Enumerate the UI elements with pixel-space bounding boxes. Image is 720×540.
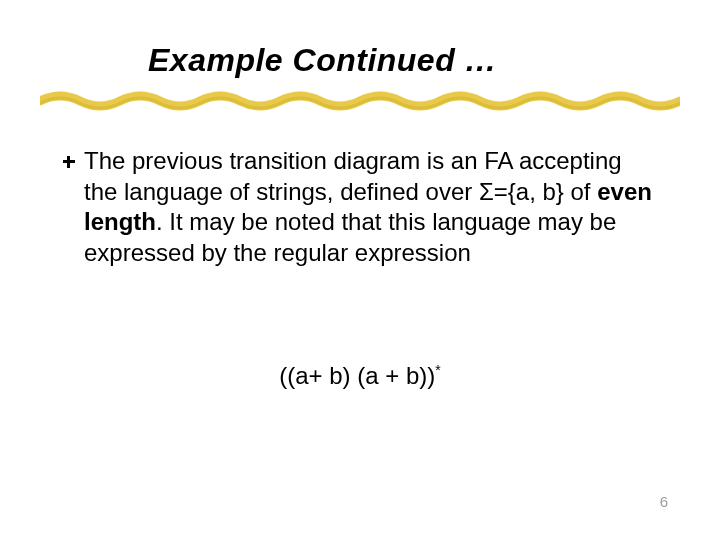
wavy-underline-icon [40, 88, 680, 114]
slide-title: Example Continued … [148, 42, 497, 79]
body-text-block: The previous transition diagram is an FA… [60, 146, 660, 269]
bullet-pre: The previous transition diagram is an FA… [84, 147, 622, 205]
bullet-post: . It may be noted that this language may… [84, 208, 616, 266]
slide: Example Continued … The previous transit… [0, 0, 720, 540]
regex-expression: ((a+ b) (a + b))* [0, 362, 720, 390]
bullet-text: The previous transition diagram is an FA… [84, 146, 660, 269]
regex-base: ((a+ b) (a + b)) [279, 362, 435, 389]
plus-bullet-icon [60, 153, 78, 171]
title-underline [40, 88, 680, 114]
regex-superscript: * [435, 362, 440, 378]
page-number: 6 [660, 493, 668, 510]
bullet-item: The previous transition diagram is an FA… [60, 146, 660, 269]
